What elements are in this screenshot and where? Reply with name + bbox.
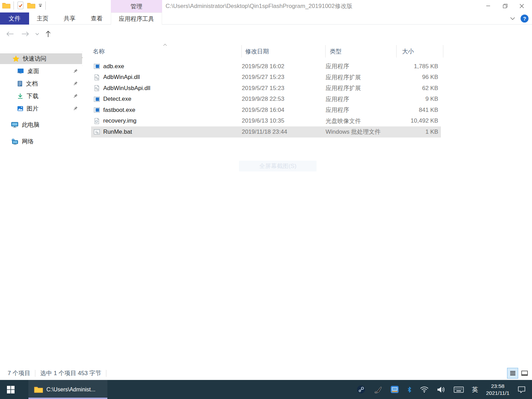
bat-file-icon: [94, 129, 100, 135]
tab-view[interactable]: 查看: [83, 12, 110, 25]
sidebar-item-label: 下载: [27, 92, 38, 100]
file-row-adb-exe[interactable]: adb.exe 2019/5/28 16:02 应用程序 1,785 KB: [91, 61, 441, 72]
selection-info: 选中 1 个项目 453 字节: [40, 369, 101, 377]
active-app-indicator: [28, 398, 107, 399]
navigation-pane: 快速访问 桌面 文档 下载 图片: [0, 48, 82, 366]
sidebar-item-label: 网络: [22, 138, 34, 145]
ribbon-tab-bar: 文件 主页 共享 查看 应用程序工具 ?: [0, 12, 532, 25]
audio-horn-icon[interactable]: [373, 385, 382, 394]
sidebar-item-quick-access[interactable]: 快速访问: [0, 53, 82, 64]
contextual-tab-label: 管理: [131, 2, 142, 10]
exe-file-icon: [94, 63, 100, 69]
view-toggles: [507, 368, 530, 379]
taskbar-app-explorer[interactable]: C:\Users\Administ...: [28, 380, 107, 399]
bluetooth-icon[interactable]: [407, 386, 412, 393]
toolbar-separator: [45, 1, 46, 10]
dll-file-icon: [94, 74, 100, 80]
document-icon: [17, 81, 23, 87]
pin-icon: [73, 106, 78, 111]
sidebar-item-downloads[interactable]: 下载: [0, 91, 82, 101]
clock-date: 2021/11/1: [486, 390, 509, 397]
network-icon: [11, 139, 18, 145]
toolbar-separator: [14, 1, 14, 10]
action-center-icon[interactable]: [517, 386, 526, 393]
back-button[interactable]: [5, 29, 15, 39]
sidebar-item-network[interactable]: 网络: [0, 136, 82, 147]
pin-icon: [73, 69, 78, 73]
windows-logo-icon: [7, 386, 15, 393]
recent-locations-chevron-icon[interactable]: [33, 29, 41, 39]
folder-icon: [34, 386, 43, 393]
steam-icon[interactable]: [357, 385, 365, 394]
ime-language-indicator[interactable]: 英: [472, 385, 478, 394]
sidebar-item-label: 快速访问: [23, 55, 46, 63]
details-view-button[interactable]: [507, 368, 518, 379]
contextual-tab-header[interactable]: 管理: [111, 0, 162, 12]
star-icon: [12, 55, 19, 62]
tab-share[interactable]: 共享: [56, 12, 83, 25]
desktop-icon: [17, 68, 24, 74]
taskbar: C:\Users\Administ... 英 23:58 2021/11/1: [0, 380, 532, 399]
file-row-fastboot-exe[interactable]: fastboot.exe 2019/5/28 16:04 应用程序 841 KB: [91, 105, 441, 116]
file-row-adbwinapi-dll[interactable]: AdbWinApi.dll 2019/5/27 15:23 应用程序扩展 96 …: [91, 72, 441, 83]
window-title: C:\Users\Administrator\Desktop\Qin1spFla…: [166, 0, 353, 12]
dll-file-icon: [94, 85, 100, 91]
file-row-adbwinusbapi-dll[interactable]: AdbWinUsbApi.dll 2019/5/27 15:23 应用程序扩展 …: [91, 83, 441, 94]
fading-tooltip-ghost: 全屏幕截图(S): [239, 161, 317, 171]
download-icon: [17, 93, 23, 99]
tab-home[interactable]: 主页: [29, 12, 56, 25]
file-rows: adb.exe 2019/5/28 16:02 应用程序 1,785 KB Ad…: [91, 61, 441, 138]
exe-file-icon: [94, 107, 100, 113]
volume-icon[interactable]: [437, 386, 446, 393]
taskbar-clock[interactable]: 23:58 2021/11/1: [486, 383, 509, 397]
tab-application-tools[interactable]: 应用程序工具: [111, 12, 162, 25]
customize-toolbar-dropdown-icon[interactable]: [38, 4, 42, 7]
up-button[interactable]: [43, 29, 53, 39]
column-header-type[interactable]: 类型: [326, 45, 397, 57]
pin-icon: [73, 94, 78, 98]
sort-ascending-icon: [163, 44, 167, 46]
quick-access-toolbar: [2, 1, 46, 10]
column-header-name[interactable]: 名称: [91, 45, 242, 57]
pictures-icon: [17, 106, 23, 111]
this-pc-icon: [11, 122, 18, 128]
window-controls: [480, 0, 530, 12]
column-headers: 名称 修改日期 类型 大小: [91, 45, 443, 57]
system-tray: 英 23:58 2021/11/1: [357, 380, 532, 399]
sidebar-item-this-pc[interactable]: 此电脑: [0, 119, 82, 130]
restore-button[interactable]: [497, 0, 513, 12]
sidebar-item-documents[interactable]: 文档: [0, 78, 82, 89]
tab-file[interactable]: 文件: [0, 12, 29, 25]
touch-keyboard-icon[interactable]: [454, 387, 464, 393]
column-header-size[interactable]: 大小: [397, 45, 443, 57]
file-row-detect-exe[interactable]: Detect.exe 2019/9/28 22:53 应用程序 9 KB: [91, 94, 441, 105]
sidebar-item-label: 文档: [26, 80, 38, 88]
file-row-runme-bat[interactable]: RunMe.bat 2019/11/18 23:44 Windows 批处理文件…: [91, 126, 441, 138]
minimize-button[interactable]: [480, 0, 497, 12]
navigation-bar: Qin1spFlashProgram_20191002修改版: [0, 25, 532, 43]
help-button[interactable]: ?: [521, 15, 529, 23]
item-count: 7 个项目: [8, 369, 30, 377]
status-bar: 7 个项目 选中 1 个项目 453 字节: [0, 366, 532, 380]
close-button[interactable]: [513, 0, 530, 12]
expand-ribbon-chevron-icon[interactable]: [510, 17, 515, 20]
large-icons-view-button[interactable]: [519, 368, 530, 379]
sidebar-item-pictures[interactable]: 图片: [0, 103, 82, 114]
properties-icon[interactable]: [17, 1, 24, 10]
intel-graphics-icon[interactable]: [390, 385, 399, 394]
disc-image-file-icon: [94, 118, 100, 124]
sidebar-item-label: 桌面: [27, 67, 39, 75]
start-button[interactable]: [0, 380, 21, 399]
forward-button[interactable]: [20, 29, 30, 39]
exe-file-icon: [94, 96, 100, 102]
file-row-recovery-img[interactable]: recovery.img 2019/6/13 10:35 光盘映像文件 10,4…: [91, 116, 441, 127]
clock-time: 23:58: [486, 383, 509, 390]
new-folder-icon[interactable]: [27, 2, 35, 9]
sidebar-item-label: 此电脑: [22, 121, 39, 129]
wifi-icon[interactable]: [420, 386, 429, 393]
status-separator: [35, 370, 35, 377]
sidebar-item-desktop[interactable]: 桌面: [0, 66, 82, 77]
pin-icon: [73, 81, 78, 86]
column-header-date[interactable]: 修改日期: [242, 45, 326, 57]
folder-icon[interactable]: [2, 2, 10, 9]
